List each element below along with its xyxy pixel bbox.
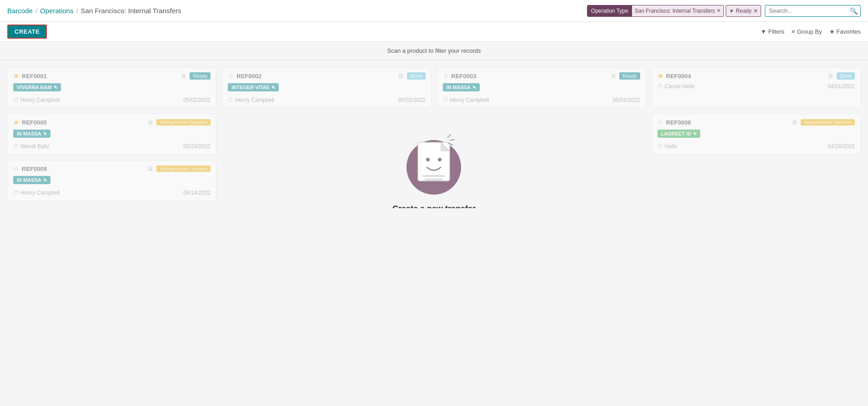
star-icon[interactable]: ☆	[443, 72, 449, 80]
filter-icon: ▼	[761, 28, 767, 35]
toolbar: CREATE ▼ Filters ≡ Group By ★ Favorites	[0, 22, 868, 42]
card-footer: ⏱ Henry Campbell 05/02/2022	[13, 97, 211, 103]
star-icon[interactable]: ★	[13, 119, 19, 126]
kanban-card[interactable]: ☆ REF0009 🖥 Waiting Another Operation IN…	[7, 160, 216, 201]
star-icon[interactable]: ★	[657, 72, 663, 80]
groupby-icon: ≡	[792, 28, 795, 35]
card-header-right: 🖥 Done	[398, 72, 425, 80]
svg-line-8	[447, 134, 451, 138]
breadcrumb-sep2: /	[76, 7, 78, 15]
person: ⏱ Wendi Baltz	[13, 143, 50, 150]
person-name: Henry Campbell	[20, 190, 60, 196]
ready-filter: ▼ Ready ✕	[726, 5, 761, 17]
groupby-button[interactable]: ≡ Group By	[792, 28, 822, 35]
person-name: Henry Campbell	[450, 97, 489, 103]
ref-label: REF0001	[22, 73, 47, 80]
kanban-card[interactable]: ☆ REF0002 🖥 Done INTEGER VITAE ✎ ⏱ Henry…	[222, 67, 431, 108]
kanban-card[interactable]: ★ REF0004 🖥 Done ⏱ Carnie Helle 04/01/20…	[652, 67, 861, 108]
person: ⏱ Henry Campbell	[13, 190, 60, 196]
ref-label: REF0005	[22, 119, 47, 126]
filter-type-close[interactable]: ✕	[717, 8, 721, 14]
funnel-icon: ▼	[729, 8, 734, 14]
svg-rect-6	[422, 175, 445, 177]
card-header: ★ REF0004 🖥 Done	[657, 72, 855, 80]
star-icon[interactable]: ☆	[657, 119, 663, 126]
empty-illustration	[397, 124, 470, 197]
ref-label: REF0004	[666, 73, 691, 80]
ref-label: REF0009	[22, 165, 47, 172]
card-date: 05/02/2022	[183, 97, 211, 103]
card-header-right: 🖥 Waiting Another Operation	[792, 119, 855, 126]
card-ref: ★ REF0005	[13, 119, 47, 126]
person-name: Henry Campbell	[235, 97, 274, 103]
card-header-right: 🖥 Waiting Another Operation	[147, 165, 211, 172]
product-badge: IN MASSA ✎	[443, 83, 480, 91]
card-header: ☆ REF0003 🖥 Ready	[443, 72, 640, 80]
empty-title: Create a new transfer	[347, 204, 522, 208]
monitor-icon: 🖥	[181, 72, 187, 80]
breadcrumb-barcode[interactable]: Barcode	[7, 7, 33, 15]
search-box: 🔍	[765, 5, 861, 17]
search-button[interactable]: 🔍	[847, 7, 860, 15]
star-fav-icon: ★	[829, 28, 835, 35]
header-right: Operation Type San Francisco: Internal T…	[587, 5, 861, 17]
status-badge: Done	[407, 72, 425, 80]
monitor-icon: 🖥	[828, 72, 834, 80]
card-header: ★ REF0001 🖥 Ready	[13, 72, 211, 80]
person: ⏱ Carnie Helle	[657, 83, 695, 90]
search-input[interactable]	[765, 7, 847, 14]
card-header: ☆ REF0009 🖥 Waiting Another Operation	[13, 165, 211, 172]
clock-icon: ⏱	[657, 143, 663, 150]
create-button[interactable]: CREATE	[7, 25, 47, 39]
star-icon[interactable]: ☆	[13, 165, 19, 172]
person: ⏱ Henry Campbell	[13, 97, 60, 103]
kanban-card[interactable]: ★ REF0005 🖥 Waiting Another Operation IN…	[7, 114, 216, 155]
svg-rect-7	[425, 179, 443, 180]
breadcrumb-operations[interactable]: Operations	[40, 7, 73, 15]
main-content: ★ REF0001 🖥 Ready VIVERRA NAM ✎ ⏱ Henry …	[0, 60, 868, 208]
status-badge: Waiting Another Operation	[156, 165, 211, 172]
breadcrumb: Barcode / Operations / San Francisco: In…	[7, 7, 181, 15]
star-icon[interactable]: ★	[13, 72, 19, 80]
breadcrumb-sep1: /	[35, 7, 37, 15]
card-header: ☆ REF0008 🖥 Waiting Another Operation	[657, 119, 855, 126]
clock-icon: ⏱	[13, 143, 19, 150]
filters-button[interactable]: ▼ Filters	[761, 28, 784, 35]
svg-point-5	[438, 158, 442, 161]
card-header-right: 🖥 Ready	[181, 72, 211, 80]
filter-type-label: Operation Type	[587, 8, 632, 14]
ready-filter-close[interactable]: ✕	[753, 8, 758, 14]
card-header-right: 🖥 Waiting Another Operation	[147, 119, 211, 126]
kanban-card[interactable]: ☆ REF0003 🖥 Ready IN MASSA ✎ ⏱ Henry Cam…	[437, 67, 646, 108]
card-footer: ⏱ Wendi Baltz 05/29/2022	[13, 143, 211, 150]
card-footer: ⏱ Helle 04/28/2022	[657, 143, 855, 150]
star-icon[interactable]: ☆	[228, 72, 234, 80]
top-header: Barcode / Operations / San Francisco: In…	[0, 0, 868, 22]
card-header-right: 🖥 Done	[828, 72, 855, 80]
empty-state-overlay: Create a new transfer Transfers allow yo…	[347, 124, 522, 208]
kanban-card[interactable]: ☆ REF0008 🖥 Waiting Another Operation LA…	[652, 114, 861, 155]
monitor-icon: 🖥	[147, 165, 154, 172]
clock-icon: ⏱	[657, 83, 663, 90]
status-badge: Waiting Another Operation	[801, 119, 855, 125]
svg-line-9	[450, 140, 455, 140]
card-ref: ☆ REF0008	[657, 119, 691, 126]
product-badge: IN MASSA ✎	[13, 130, 50, 138]
card-ref: ★ REF0001	[13, 72, 47, 80]
breadcrumb-current: San Francisco: Internal Transfers	[81, 7, 181, 15]
card-date: 05/29/2022	[183, 143, 211, 150]
product-badge: INTEGER VITAE ✎	[228, 83, 279, 91]
clock-icon: ⏱	[13, 190, 19, 196]
kanban-card[interactable]: ★ REF0001 🖥 Ready VIVERRA NAM ✎ ⏱ Henry …	[7, 67, 216, 108]
ref-label: REF0002	[236, 73, 261, 80]
clock-icon: ⏱	[13, 97, 19, 103]
toolbar-actions: ▼ Filters ≡ Group By ★ Favorites	[761, 28, 861, 35]
monitor-icon: 🖥	[147, 119, 154, 126]
filter-type-value: San Francisco: Internal Transfers ✕	[632, 5, 724, 16]
card-footer: ⏱ Carnie Helle 04/01/2022	[657, 83, 855, 90]
person: ⏱ Helle	[657, 143, 677, 150]
favorites-button[interactable]: ★ Favorites	[829, 28, 861, 35]
scan-bar: Scan a product to filter your records	[0, 42, 868, 60]
person-name: Wendi Baltz	[20, 143, 50, 150]
person: ⏱ Henry Campbell	[228, 97, 274, 103]
